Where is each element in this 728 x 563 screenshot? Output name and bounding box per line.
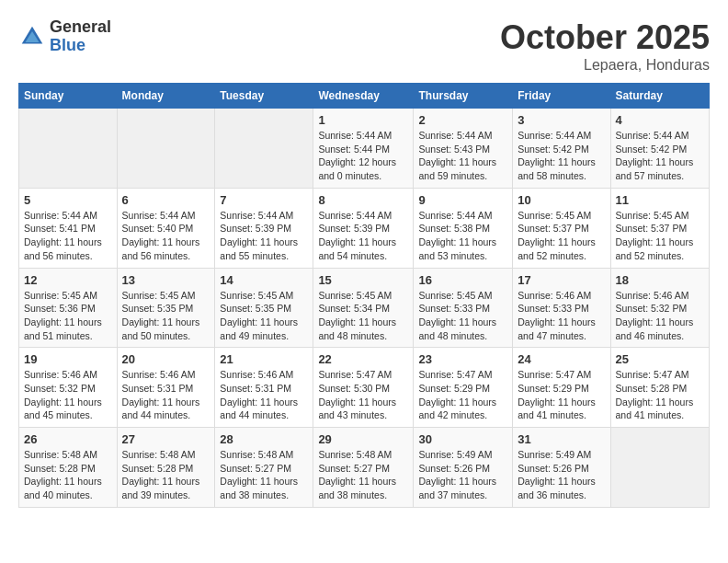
month-title: October 2025: [500, 18, 710, 57]
column-header-wednesday: Wednesday: [313, 84, 414, 109]
calendar-cell: 15Sunrise: 5:45 AM Sunset: 5:34 PM Dayli…: [313, 268, 414, 348]
day-number: 5: [24, 193, 112, 207]
day-info: Sunrise: 5:46 AM Sunset: 5:32 PM Dayligh…: [24, 368, 112, 422]
day-number: 4: [616, 113, 705, 127]
calendar-week-1: 1Sunrise: 5:44 AM Sunset: 5:44 PM Daylig…: [19, 109, 710, 189]
calendar-cell: 14Sunrise: 5:45 AM Sunset: 5:35 PM Dayli…: [215, 268, 313, 348]
calendar-table: SundayMondayTuesdayWednesdayThursdayFrid…: [18, 83, 710, 508]
day-info: Sunrise: 5:47 AM Sunset: 5:29 PM Dayligh…: [518, 368, 605, 422]
logo-icon: [18, 23, 46, 51]
day-number: 17: [518, 273, 605, 287]
day-number: 16: [418, 273, 507, 287]
day-number: 25: [616, 352, 705, 366]
calendar-cell: 26Sunrise: 5:48 AM Sunset: 5:28 PM Dayli…: [19, 428, 118, 508]
calendar-cell: 3Sunrise: 5:44 AM Sunset: 5:42 PM Daylig…: [513, 109, 610, 189]
day-info: Sunrise: 5:44 AM Sunset: 5:39 PM Dayligh…: [318, 209, 408, 263]
calendar-cell: 28Sunrise: 5:48 AM Sunset: 5:27 PM Dayli…: [215, 428, 313, 508]
calendar-cell: 29Sunrise: 5:48 AM Sunset: 5:27 PM Dayli…: [313, 428, 414, 508]
day-number: 23: [418, 352, 507, 366]
column-header-sunday: Sunday: [19, 84, 118, 109]
calendar-cell: 1Sunrise: 5:44 AM Sunset: 5:44 PM Daylig…: [313, 109, 414, 189]
calendar-week-5: 26Sunrise: 5:48 AM Sunset: 5:28 PM Dayli…: [19, 428, 710, 508]
calendar-cell: 5Sunrise: 5:44 AM Sunset: 5:41 PM Daylig…: [19, 188, 118, 268]
day-info: Sunrise: 5:44 AM Sunset: 5:42 PM Dayligh…: [518, 129, 605, 183]
day-info: Sunrise: 5:44 AM Sunset: 5:42 PM Dayligh…: [616, 129, 705, 183]
day-number: 31: [518, 432, 605, 446]
day-info: Sunrise: 5:47 AM Sunset: 5:30 PM Dayligh…: [318, 368, 408, 422]
day-number: 24: [518, 352, 605, 366]
day-info: Sunrise: 5:47 AM Sunset: 5:28 PM Dayligh…: [616, 368, 705, 422]
day-info: Sunrise: 5:45 AM Sunset: 5:35 PM Dayligh…: [122, 289, 210, 343]
calendar-cell: 22Sunrise: 5:47 AM Sunset: 5:30 PM Dayli…: [313, 348, 414, 428]
day-info: Sunrise: 5:45 AM Sunset: 5:36 PM Dayligh…: [24, 289, 112, 343]
column-header-saturday: Saturday: [610, 84, 710, 109]
day-number: 9: [418, 193, 507, 207]
calendar-cell: 7Sunrise: 5:44 AM Sunset: 5:39 PM Daylig…: [215, 188, 313, 268]
day-info: Sunrise: 5:45 AM Sunset: 5:34 PM Dayligh…: [318, 289, 408, 343]
calendar-cell: 2Sunrise: 5:44 AM Sunset: 5:43 PM Daylig…: [414, 109, 513, 189]
day-number: 6: [122, 193, 210, 207]
calendar-week-2: 5Sunrise: 5:44 AM Sunset: 5:41 PM Daylig…: [19, 188, 710, 268]
logo-general: General: [50, 18, 111, 37]
day-number: 14: [220, 273, 308, 287]
day-number: 12: [24, 273, 112, 287]
day-number: 10: [518, 193, 605, 207]
calendar-week-3: 12Sunrise: 5:45 AM Sunset: 5:36 PM Dayli…: [19, 268, 710, 348]
page-header: General Blue October 2025 Lepaera, Hondu…: [18, 18, 710, 74]
calendar-cell: 25Sunrise: 5:47 AM Sunset: 5:28 PM Dayli…: [610, 348, 710, 428]
day-number: 11: [616, 193, 705, 207]
day-info: Sunrise: 5:46 AM Sunset: 5:33 PM Dayligh…: [518, 289, 605, 343]
day-info: Sunrise: 5:45 AM Sunset: 5:35 PM Dayligh…: [220, 289, 308, 343]
day-info: Sunrise: 5:44 AM Sunset: 5:38 PM Dayligh…: [418, 209, 507, 263]
column-header-thursday: Thursday: [414, 84, 513, 109]
calendar-cell: 8Sunrise: 5:44 AM Sunset: 5:39 PM Daylig…: [313, 188, 414, 268]
calendar-cell: 30Sunrise: 5:49 AM Sunset: 5:26 PM Dayli…: [414, 428, 513, 508]
day-number: 29: [318, 432, 408, 446]
calendar-cell: 23Sunrise: 5:47 AM Sunset: 5:29 PM Dayli…: [414, 348, 513, 428]
calendar-cell: 31Sunrise: 5:49 AM Sunset: 5:26 PM Dayli…: [513, 428, 610, 508]
calendar-cell: 6Sunrise: 5:44 AM Sunset: 5:40 PM Daylig…: [117, 188, 215, 268]
calendar-cell: 27Sunrise: 5:48 AM Sunset: 5:28 PM Dayli…: [117, 428, 215, 508]
day-number: 7: [220, 193, 308, 207]
logo-text: General Blue: [50, 18, 111, 55]
calendar-cell: 20Sunrise: 5:46 AM Sunset: 5:31 PM Dayli…: [117, 348, 215, 428]
day-info: Sunrise: 5:49 AM Sunset: 5:26 PM Dayligh…: [518, 448, 605, 502]
calendar-body: 1Sunrise: 5:44 AM Sunset: 5:44 PM Daylig…: [19, 109, 710, 508]
location-subtitle: Lepaera, Honduras: [500, 57, 710, 74]
day-number: 3: [518, 113, 605, 127]
day-info: Sunrise: 5:44 AM Sunset: 5:40 PM Dayligh…: [122, 209, 210, 263]
calendar-cell: 13Sunrise: 5:45 AM Sunset: 5:35 PM Dayli…: [117, 268, 215, 348]
day-number: 21: [220, 352, 308, 366]
calendar-cell: 18Sunrise: 5:46 AM Sunset: 5:32 PM Dayli…: [610, 268, 710, 348]
day-number: 30: [418, 432, 507, 446]
title-block: October 2025 Lepaera, Honduras: [500, 18, 710, 74]
calendar-cell: [215, 109, 313, 189]
day-info: Sunrise: 5:44 AM Sunset: 5:44 PM Dayligh…: [318, 129, 408, 183]
day-number: 27: [122, 432, 210, 446]
calendar-cell: 24Sunrise: 5:47 AM Sunset: 5:29 PM Dayli…: [513, 348, 610, 428]
calendar-cell: [19, 109, 118, 189]
calendar-cell: 9Sunrise: 5:44 AM Sunset: 5:38 PM Daylig…: [414, 188, 513, 268]
day-number: 19: [24, 352, 112, 366]
day-number: 13: [122, 273, 210, 287]
calendar-cell: 17Sunrise: 5:46 AM Sunset: 5:33 PM Dayli…: [513, 268, 610, 348]
calendar-cell: [610, 428, 710, 508]
day-number: 1: [318, 113, 408, 127]
calendar-cell: 21Sunrise: 5:46 AM Sunset: 5:31 PM Dayli…: [215, 348, 313, 428]
day-number: 22: [318, 352, 408, 366]
column-header-monday: Monday: [117, 84, 215, 109]
day-number: 18: [616, 273, 705, 287]
calendar-header: SundayMondayTuesdayWednesdayThursdayFrid…: [19, 84, 710, 109]
day-info: Sunrise: 5:45 AM Sunset: 5:37 PM Dayligh…: [518, 209, 605, 263]
day-info: Sunrise: 5:48 AM Sunset: 5:28 PM Dayligh…: [24, 448, 112, 502]
day-number: 15: [318, 273, 408, 287]
day-info: Sunrise: 5:44 AM Sunset: 5:43 PM Dayligh…: [418, 129, 507, 183]
calendar-cell: 16Sunrise: 5:45 AM Sunset: 5:33 PM Dayli…: [414, 268, 513, 348]
day-info: Sunrise: 5:47 AM Sunset: 5:29 PM Dayligh…: [418, 368, 507, 422]
day-info: Sunrise: 5:49 AM Sunset: 5:26 PM Dayligh…: [418, 448, 507, 502]
calendar-cell: 19Sunrise: 5:46 AM Sunset: 5:32 PM Dayli…: [19, 348, 118, 428]
day-number: 28: [220, 432, 308, 446]
day-info: Sunrise: 5:46 AM Sunset: 5:32 PM Dayligh…: [616, 289, 705, 343]
day-number: 20: [122, 352, 210, 366]
day-info: Sunrise: 5:45 AM Sunset: 5:37 PM Dayligh…: [616, 209, 705, 263]
